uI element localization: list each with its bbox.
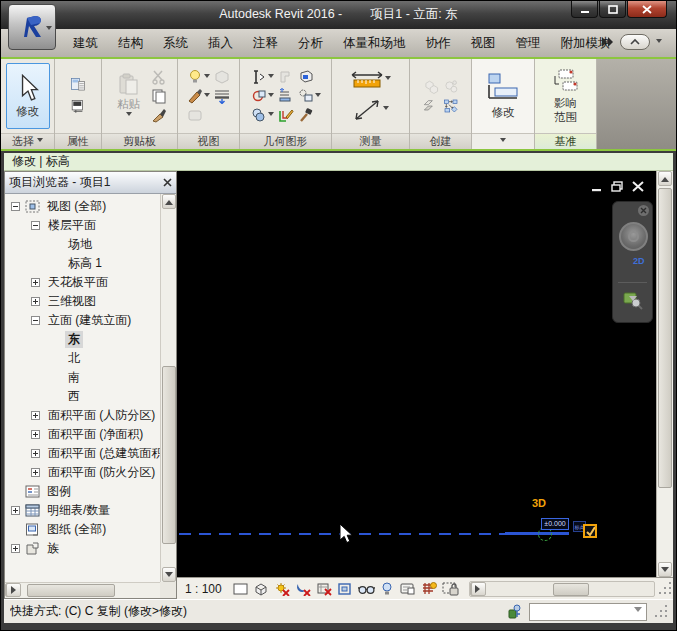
tree-item-south[interactable]: 南 [5, 368, 160, 387]
visual-style-icon[interactable] [253, 581, 270, 597]
view-close-icon[interactable] [632, 181, 644, 192]
design-options-icon[interactable] [507, 604, 523, 620]
tree-item-site[interactable]: 场地 [5, 235, 160, 254]
override-graphics-icon[interactable] [187, 88, 203, 104]
canvas-horizontal-scrollbar[interactable] [469, 581, 655, 597]
drawing-area[interactable]: 2D ±0.000 标高 1 3D [177, 171, 656, 577]
wall-joins-icon[interactable] [278, 88, 294, 104]
panel-label-properties[interactable]: 属性 [55, 133, 101, 149]
join-unjoin-icon[interactable] [251, 107, 267, 123]
match-type-icon[interactable] [151, 107, 167, 123]
expand-plus-icon[interactable] [31, 297, 40, 306]
scroll-right-arrow[interactable] [471, 582, 486, 596]
level-line-solid[interactable] [505, 532, 569, 535]
minimize-button[interactable] [571, 1, 598, 18]
thin-lines-icon[interactable] [214, 88, 230, 104]
copy-icon[interactable] [151, 88, 167, 104]
temporary-hide-isolate-icon[interactable] [358, 581, 375, 597]
dropdown-arrow-icon[interactable] [268, 74, 274, 81]
cut-icon[interactable] [151, 69, 167, 85]
scrollbar-thumb[interactable] [553, 583, 590, 596]
scroll-up-arrow[interactable] [162, 194, 176, 209]
browser-close-icon[interactable] [163, 178, 172, 187]
pane-resize-grip[interactable] [657, 582, 671, 596]
modify-tool-button[interactable]: 修改 [6, 63, 50, 129]
tree-item-area-plan-gross[interactable]: 面积平面 (总建筑面积) [5, 444, 160, 463]
temporary-view-properties-icon[interactable] [400, 581, 417, 597]
restore-button[interactable] [599, 1, 626, 18]
aligned-dimension-icon[interactable] [352, 97, 382, 123]
paste-button[interactable]: 粘贴 [113, 70, 145, 122]
tree-item-area-plan-fire[interactable]: 面积平面 (防火分区) [5, 463, 160, 482]
tree-item-elevations[interactable]: 立面 (建筑立面) [5, 311, 160, 330]
tab-architecture[interactable]: 建筑 [63, 30, 108, 57]
propagate-extents-button[interactable]: 影响 范围 [549, 96, 583, 125]
scrollbar-thumb[interactable] [162, 366, 176, 544]
dropdown-arrow-icon[interactable] [385, 76, 391, 83]
join-geometry-icon[interactable] [251, 88, 267, 104]
close-button[interactable] [627, 1, 667, 18]
tab-systems[interactable]: 系统 [153, 30, 198, 57]
dropdown-arrow-icon[interactable] [204, 74, 210, 81]
show-crop-region-icon[interactable] [337, 581, 354, 597]
dropdown-arrow-icon[interactable] [383, 106, 389, 113]
dropdown-arrow-icon[interactable] [315, 93, 321, 100]
tree-item-views-root[interactable]: 视图 (全部) [5, 197, 160, 216]
create-group-icon[interactable] [423, 79, 439, 95]
scroll-down-arrow[interactable] [162, 567, 176, 582]
level-3d-indicator[interactable]: 3D [532, 497, 546, 509]
dropdown-arrow-icon[interactable] [268, 93, 274, 100]
scrollbar-thumb[interactable] [658, 188, 672, 488]
section-box-icon[interactable] [187, 107, 203, 123]
tab-manage[interactable]: 管理 [506, 30, 551, 57]
tab-structure[interactable]: 结构 [108, 30, 153, 57]
cope-icon[interactable] [251, 69, 267, 85]
application-menu-button[interactable] [8, 4, 56, 50]
cut-geometry-icon[interactable] [298, 69, 314, 85]
scroll-down-arrow[interactable] [658, 562, 672, 577]
expand-plus-icon[interactable] [11, 506, 20, 515]
panel-label-select[interactable]: 选择 [1, 133, 54, 149]
worksharing-display-icon[interactable] [421, 581, 438, 597]
chevron-double-right-icon[interactable] [600, 36, 614, 48]
scroll-right-arrow[interactable] [6, 583, 21, 597]
collapse-minus-icon[interactable] [31, 316, 40, 325]
repeat-component-icon[interactable] [443, 98, 459, 114]
tree-item-ceiling-plans[interactable]: 天花板平面 [5, 273, 160, 292]
split-face-icon[interactable] [278, 107, 294, 123]
project-browser-header[interactable]: 项目浏览器 - 项目1 [5, 172, 176, 194]
browser-vertical-scrollbar[interactable] [160, 194, 176, 582]
tab-view[interactable]: 视图 [461, 30, 506, 57]
tree-item-area-plan-net[interactable]: 面积平面 (净面积) [5, 425, 160, 444]
navbar-close-icon[interactable] [638, 205, 649, 216]
level-elevation-value[interactable]: ±0.000 [541, 518, 569, 530]
expand-plus-icon[interactable] [11, 544, 20, 553]
dropdown-arrow-icon[interactable] [204, 93, 210, 100]
view-restore-icon[interactable] [611, 181, 623, 192]
window-resize-grip[interactable] [653, 605, 667, 619]
type-properties-icon[interactable] [70, 99, 86, 115]
panel-label-measure[interactable]: 测量 [332, 133, 409, 149]
dropdown-arrow-icon[interactable] [268, 112, 274, 119]
show-constraints-icon[interactable] [442, 581, 459, 597]
steering-wheel-icon[interactable] [619, 222, 648, 251]
collapse-minus-icon[interactable] [11, 202, 20, 211]
filled-region-icon[interactable] [423, 98, 439, 114]
tab-analyze[interactable]: 分析 [288, 30, 333, 57]
expand-plus-icon[interactable] [31, 278, 40, 287]
visibility-lightbulb-icon[interactable] [187, 69, 203, 85]
panel-modify-collapsed[interactable]: 修改 [472, 59, 535, 149]
reveal-hidden-elements-icon[interactable] [379, 581, 396, 597]
create-assembly-icon[interactable] [443, 79, 459, 95]
tree-item-3d-views[interactable]: 三维视图 [5, 292, 160, 311]
browser-horizontal-scrollbar[interactable] [5, 582, 160, 598]
panel-label-clipboard[interactable]: 剪贴板 [102, 133, 177, 149]
sun-path-icon[interactable] [274, 581, 291, 597]
panel-label-create[interactable]: 创建 [410, 133, 471, 149]
navbar-options-arrow-icon[interactable] [629, 301, 637, 319]
scrollbar-thumb[interactable] [27, 584, 115, 597]
design-options-dropdown[interactable] [529, 603, 647, 621]
modify-panel-expander[interactable] [472, 133, 534, 149]
ribbon-options-arrow-icon[interactable] [656, 39, 662, 46]
expand-plus-icon[interactable] [31, 449, 40, 458]
